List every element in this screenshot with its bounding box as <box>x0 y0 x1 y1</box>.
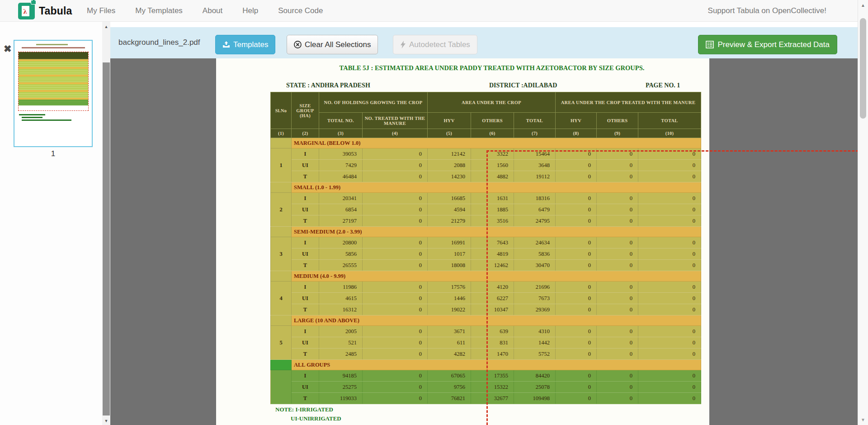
value-cell: 7429 <box>319 160 363 171</box>
row-type-cell: UI <box>292 337 319 349</box>
window-scrollbar-thumb[interactable] <box>860 18 866 119</box>
navbar: λ Tabula My Files My Templates About Hel… <box>0 0 868 22</box>
value-cell: 3648 <box>514 160 556 171</box>
table-data-row: 1I39053012142332215464000 <box>271 148 701 160</box>
nav-item-about[interactable]: About <box>203 6 222 15</box>
nav-item-my-templates[interactable]: My Templates <box>135 6 183 15</box>
value-cell: 94185 <box>319 370 363 382</box>
table-section-band-row: SEMI-MEDIUM (2.0 - 3.99) <box>271 227 701 237</box>
header-sub: TOTAL <box>638 113 701 129</box>
header-slno: Sl.No <box>271 92 292 129</box>
value-cell: 0 <box>363 293 428 304</box>
nav-links: My Files My Templates About Help Source … <box>87 0 323 22</box>
value-cell: 1446 <box>428 293 471 304</box>
value-cell: 29369 <box>514 304 556 315</box>
section-label-cell: SEMI-MEDIUM (2.0 - 3.99) <box>292 227 701 237</box>
value-cell: 30470 <box>514 260 556 271</box>
pdf-data-table: Sl.No SIZE GROUP (HA) NO. OF HOLDINGS GR… <box>270 92 701 404</box>
scroll-down-icon[interactable]: ▼ <box>102 419 110 423</box>
table-section-band-row: SMALL (1.0 - 1.99) <box>271 182 701 193</box>
scroll-down-icon[interactable]: ▼ <box>858 417 868 422</box>
header-col-number: (6) <box>471 129 514 138</box>
nav-item-my-files[interactable]: My Files <box>87 6 115 15</box>
remove-page-icon[interactable]: ✖ <box>4 44 12 53</box>
autodetect-tables-button[interactable]: Autodetect Tables <box>393 35 477 54</box>
value-cell: 19022 <box>428 304 471 315</box>
autodetect-tables-label: Autodetect Tables <box>409 40 470 49</box>
app-logo[interactable]: λ Tabula <box>18 3 72 19</box>
value-cell: 20800 <box>319 237 363 248</box>
value-cell: 17576 <box>428 282 471 293</box>
value-cell: 4282 <box>428 349 471 360</box>
value-cell: 0 <box>597 215 638 227</box>
table-data-row: 5I2005036716394310000 <box>271 326 701 337</box>
value-cell: 4120 <box>471 282 514 293</box>
value-cell: 0 <box>556 171 597 182</box>
header-col-number: (9) <box>597 129 638 138</box>
value-cell: 6479 <box>514 204 556 215</box>
value-cell: 0 <box>597 349 638 360</box>
header-group-holdings: NO. OF HOLDINGS GROWING THE CROP <box>319 92 428 113</box>
value-cell: 0 <box>556 337 597 349</box>
templates-button[interactable]: Templates <box>215 35 275 54</box>
scroll-up-icon[interactable]: ▲ <box>102 24 110 29</box>
value-cell: 18316 <box>514 193 556 204</box>
value-cell: 15464 <box>514 148 556 160</box>
table-section-band-row: LARGE (10 AND ABOVE) <box>271 315 701 326</box>
header-col-number: (3) <box>319 129 363 138</box>
thumb-note-line <box>19 114 45 115</box>
value-cell: 76821 <box>428 393 471 404</box>
app-window: λ Tabula My Files My Templates About Hel… <box>0 0 868 425</box>
value-cell: 5752 <box>514 349 556 360</box>
value-cell: 0 <box>556 393 597 404</box>
value-cell: 18008 <box>428 260 471 271</box>
value-cell: 0 <box>363 193 428 204</box>
value-cell: 1442 <box>514 337 556 349</box>
preview-export-button[interactable]: Preview & Export Extracted Data <box>698 35 837 54</box>
header-col-number: (7) <box>514 129 556 138</box>
value-cell: 0 <box>556 237 597 248</box>
row-type-cell: I <box>292 148 319 160</box>
value-cell: 0 <box>597 337 638 349</box>
table-data-row: UI68540459418856479000 <box>271 204 701 215</box>
value-cell: 6854 <box>319 204 363 215</box>
header-col-number: (8) <box>556 129 597 138</box>
value-cell: 16312 <box>319 304 363 315</box>
value-cell: 0 <box>638 293 701 304</box>
clear-selections-label: Clear All Selections <box>305 40 371 49</box>
value-cell: 25078 <box>514 382 556 393</box>
value-cell: 4882 <box>471 171 514 182</box>
section-slno-cell <box>271 360 292 370</box>
value-cell: 0 <box>363 204 428 215</box>
header-sub: TOTAL NO. <box>319 113 363 129</box>
value-cell: 4594 <box>428 204 471 215</box>
thumb-title-line <box>36 44 68 45</box>
nav-item-help[interactable]: Help <box>242 6 258 15</box>
header-col-number: (1) <box>271 129 292 138</box>
sidebar-scrollbar-thumb[interactable] <box>103 62 110 415</box>
clear-all-selections-button[interactable]: Clear All Selections <box>287 35 378 54</box>
window-scrollbar[interactable]: ▲ ▼ <box>858 0 868 425</box>
table-data-row: UI74290208815603648000 <box>271 160 701 171</box>
table-data-row: T265550180081246230470000 <box>271 260 701 271</box>
section-label-cell: ALL GROUPS <box>292 360 701 370</box>
page-thumbnail[interactable] <box>14 40 93 147</box>
value-cell: 0 <box>363 282 428 293</box>
scroll-up-icon[interactable]: ▲ <box>858 3 868 8</box>
value-cell: 5836 <box>514 248 556 260</box>
section-slno-cell <box>271 182 292 193</box>
value-cell: 26555 <box>319 260 363 271</box>
row-type-cell: I <box>292 193 319 204</box>
table-data-row: T46484014230488219112000 <box>271 171 701 182</box>
support-link[interactable]: Support Tabula on OpenCollective! <box>708 6 826 15</box>
table-data-row: T163120190221034729369000 <box>271 304 701 315</box>
value-cell: 0 <box>638 349 701 360</box>
value-cell: 9756 <box>428 382 471 393</box>
value-cell: 0 <box>597 160 638 171</box>
value-cell: 0 <box>363 393 428 404</box>
header-col-number: (10) <box>638 129 701 138</box>
pdf-page[interactable]: TABLE 5J : ESTIMATED AREA UNDER PADDY TR… <box>216 58 709 425</box>
nav-item-source-code[interactable]: Source Code <box>278 6 323 15</box>
thumb-subtitle-line <box>22 47 85 48</box>
sidebar-scrollbar[interactable]: ▲ ▼ <box>102 22 110 425</box>
